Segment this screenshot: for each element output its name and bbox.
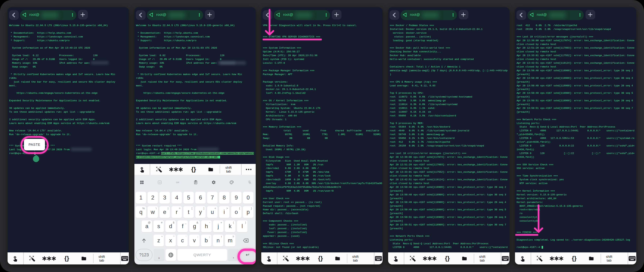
svg-text:GIF: GIF [176, 181, 180, 184]
